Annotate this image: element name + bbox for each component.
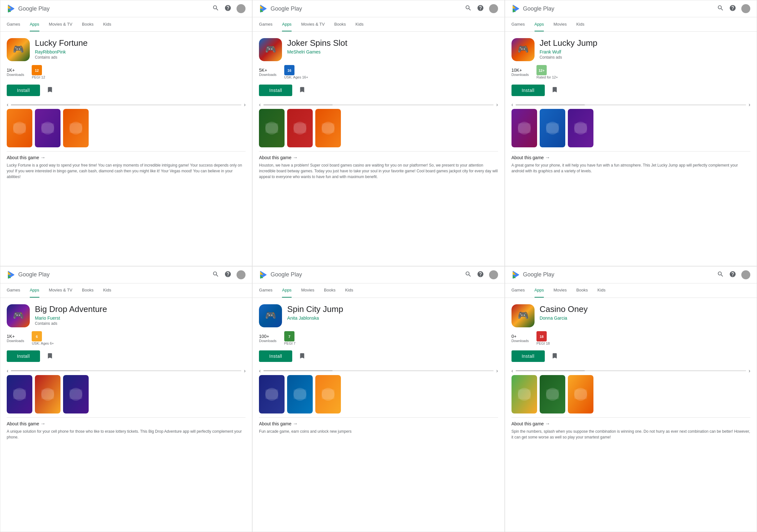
scroll-right[interactable]: › (244, 368, 246, 374)
scroll-left[interactable]: ‹ (511, 102, 513, 108)
avatar[interactable] (741, 4, 750, 13)
svg-text:18: 18 (540, 335, 543, 338)
nav-item-movies[interactable]: Movies (554, 17, 566, 31)
nav-item-movies[interactable]: Movies (554, 283, 566, 297)
nav-item-kids[interactable]: Kids (103, 283, 111, 297)
scroll-right[interactable]: › (496, 368, 498, 374)
header: Google Play (505, 266, 757, 283)
install-button[interactable]: Install (259, 350, 292, 362)
nav-item-kids[interactable]: Kids (576, 17, 584, 31)
scroll-bar (263, 105, 494, 105)
install-button[interactable]: Install (511, 84, 545, 96)
search-icon[interactable] (717, 271, 724, 279)
scroll-left[interactable]: ‹ (511, 368, 513, 374)
nav-item-games[interactable]: Games (7, 283, 20, 297)
nav-item-apps[interactable]: Apps (534, 17, 544, 31)
avatar[interactable] (236, 4, 246, 13)
nav-item-movies-&-tv[interactable]: Movies & TV (301, 17, 324, 31)
install-button[interactable]: Install (259, 84, 292, 96)
help-icon[interactable] (225, 271, 231, 279)
svg-rect-61 (293, 390, 306, 399)
scroll-right[interactable]: › (749, 368, 750, 374)
about-title[interactable]: About this game → (511, 421, 750, 427)
screenshot-0 (7, 375, 32, 414)
scroll-left[interactable]: ‹ (259, 102, 260, 108)
nav-item-kids[interactable]: Kids (598, 283, 606, 297)
install-button[interactable]: Install (7, 350, 40, 362)
app-header: 🎮 Casino Oney Donna Garcia (511, 304, 750, 327)
save-button[interactable] (549, 350, 561, 363)
screenshot-2 (568, 109, 593, 147)
nav-item-books[interactable]: Books (82, 17, 93, 31)
about-section: About this game → A unique solution for … (7, 417, 246, 440)
about-title[interactable]: About this game → (511, 155, 750, 161)
app-author: MeShelri Games (287, 49, 498, 54)
avatar[interactable] (489, 4, 498, 13)
about-title[interactable]: About this game → (7, 421, 246, 427)
nav-item-games[interactable]: Games (511, 283, 525, 297)
scroll-right[interactable]: › (496, 102, 498, 108)
install-row: Install (7, 350, 246, 363)
avatar[interactable] (489, 270, 498, 279)
scroll-left[interactable]: ‹ (7, 368, 8, 374)
nav-item-games[interactable]: Games (511, 17, 525, 31)
scroll-left[interactable]: ‹ (259, 368, 260, 374)
rating-label: PEGI 12 (32, 75, 45, 79)
nav-item-apps[interactable]: Apps (30, 283, 39, 297)
screenshots (259, 109, 498, 147)
svg-rect-12 (70, 123, 82, 133)
nav-item-movies-&-tv[interactable]: Movies & TV (49, 17, 72, 31)
about-text: A unique solution for your cell phone fo… (7, 428, 246, 440)
nav-item-games[interactable]: Games (7, 17, 20, 31)
nav-item-movies[interactable]: Movies (301, 283, 314, 297)
nav-item-books[interactable]: Books (82, 283, 93, 297)
app-author: Donna Garcia (540, 316, 750, 321)
nav-item-games[interactable]: Games (259, 17, 272, 31)
save-button[interactable] (549, 83, 561, 97)
svg-text:🎮: 🎮 (13, 310, 24, 321)
about-section: About this game → Houston, we have a pro… (259, 151, 498, 180)
save-button[interactable] (44, 83, 56, 97)
screenshot-1 (35, 375, 60, 414)
nav-item-apps[interactable]: Apps (282, 283, 291, 297)
help-icon[interactable] (729, 271, 736, 279)
help-icon[interactable] (225, 5, 231, 13)
svg-rect-51 (70, 390, 82, 399)
nav-item-games[interactable]: Games (259, 283, 272, 297)
about-title[interactable]: About this game → (7, 155, 246, 161)
scroll-indicator: ‹ › (511, 102, 750, 108)
logo-text: Google Play (18, 271, 49, 278)
scroll-right[interactable]: › (244, 102, 246, 108)
save-button[interactable] (296, 83, 308, 97)
help-icon[interactable] (729, 5, 736, 13)
search-icon[interactable] (212, 271, 219, 279)
scroll-left[interactable]: ‹ (7, 102, 8, 108)
save-button[interactable] (296, 350, 308, 363)
nav-item-movies-&-tv[interactable]: Movies & TV (49, 283, 72, 297)
avatar[interactable] (236, 270, 246, 279)
search-icon[interactable] (465, 5, 472, 13)
about-title[interactable]: About this game → (259, 421, 498, 427)
svg-text:16: 16 (288, 69, 291, 72)
nav-item-kids[interactable]: Kids (345, 283, 353, 297)
nav-item-books[interactable]: Books (334, 17, 346, 31)
nav-item-kids[interactable]: Kids (355, 17, 363, 31)
about-title[interactable]: About this game → (259, 155, 498, 161)
nav-item-apps[interactable]: Apps (282, 17, 291, 31)
search-icon[interactable] (717, 5, 724, 13)
scroll-right[interactable]: › (749, 102, 750, 108)
save-button[interactable] (44, 350, 56, 363)
nav-item-apps[interactable]: Apps (534, 283, 544, 297)
nav-item-apps[interactable]: Apps (30, 17, 39, 31)
nav-item-kids[interactable]: Kids (103, 17, 111, 31)
install-button[interactable]: Install (7, 84, 40, 96)
search-icon[interactable] (465, 271, 472, 279)
screenshot-0 (511, 375, 537, 414)
search-icon[interactable] (212, 5, 219, 13)
nav-item-books[interactable]: Books (576, 283, 588, 297)
avatar[interactable] (741, 270, 750, 279)
help-icon[interactable] (477, 271, 484, 279)
help-icon[interactable] (477, 5, 484, 13)
install-button[interactable]: Install (511, 350, 545, 362)
nav-item-books[interactable]: Books (324, 283, 335, 297)
